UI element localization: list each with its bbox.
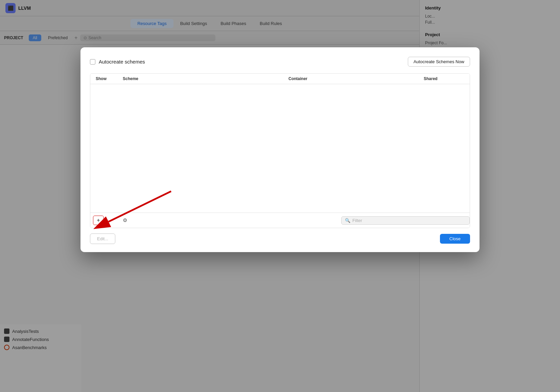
filter-input[interactable]: 🔍 Filter — [341, 216, 470, 225]
schemes-table: Show Scheme Container Shared + − ⚙ 🔍 — [90, 73, 470, 228]
gear-button[interactable]: ⚙ — [120, 216, 130, 225]
col-scheme: Scheme — [123, 76, 288, 81]
filter-search-icon: 🔍 — [345, 218, 350, 223]
plus-icon: + — [97, 217, 100, 223]
modal-header: Autocreate schemes Autocreate Schemes No… — [90, 57, 470, 67]
filter-placeholder: Filter — [352, 218, 362, 223]
remove-scheme-button[interactable]: − — [107, 216, 117, 225]
edit-button[interactable]: Edit... — [90, 234, 115, 244]
modal-footer: Edit... Close — [90, 234, 470, 244]
col-shared: Shared — [424, 76, 464, 81]
col-container: Container — [288, 76, 424, 81]
autocreate-checkbox[interactable] — [90, 59, 95, 65]
modal-dialog: Autocreate schemes Autocreate Schemes No… — [80, 47, 480, 252]
minus-icon: − — [110, 217, 113, 223]
table-body — [90, 84, 470, 213]
add-scheme-button[interactable]: + — [93, 216, 104, 225]
table-footer: + − ⚙ 🔍 Filter — [90, 213, 470, 228]
gear-icon: ⚙ — [123, 217, 127, 223]
autocreate-text: Autocreate schemes — [99, 59, 145, 65]
close-button[interactable]: Close — [440, 234, 470, 244]
table-header: Show Scheme Container Shared — [90, 74, 470, 84]
autocreate-label-group: Autocreate schemes — [90, 59, 145, 65]
col-show: Show — [96, 76, 123, 81]
autocreate-schemes-now-button[interactable]: Autocreate Schemes Now — [408, 57, 470, 67]
